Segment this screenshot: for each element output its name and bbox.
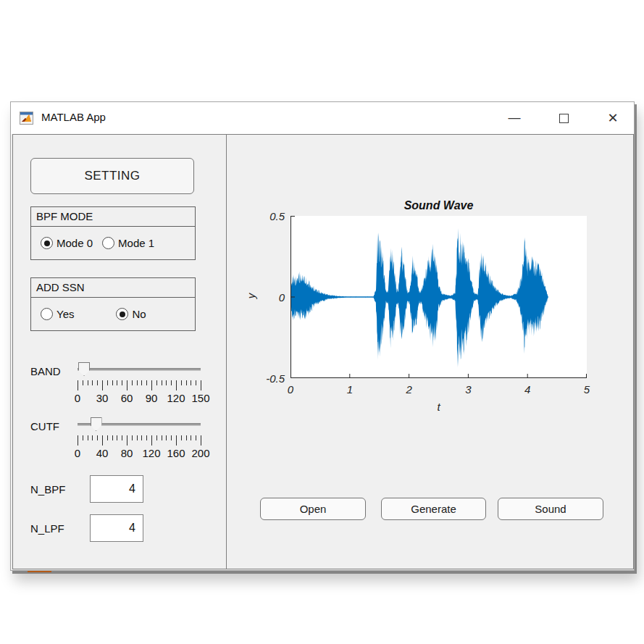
tick-label: 60: [121, 392, 133, 404]
radio-yes-label: Yes: [57, 308, 74, 320]
band-slider-thumb[interactable]: [78, 362, 90, 376]
bpf-mode-title: BPF MODE: [31, 207, 195, 227]
minimize-button[interactable]: —: [498, 102, 531, 134]
x-axis-label: t: [290, 401, 587, 413]
tick-label: 120: [167, 392, 185, 404]
open-button[interactable]: Open: [260, 498, 366, 520]
tick-label: 30: [96, 392, 109, 404]
generate-button[interactable]: Generate: [381, 498, 486, 520]
n-lpf-field[interactable]: [90, 514, 143, 542]
settings-panel: SETTING BPF MODE Mode 0 Mode 1 ADD SSN: [12, 134, 227, 569]
tick-label: 80: [121, 447, 133, 459]
cutf-slider: 0 40 80 120 160 200: [78, 417, 201, 461]
x-tick-label: 1: [347, 383, 353, 396]
x-tick-label: 3: [465, 383, 471, 396]
radio-button-icon: [102, 237, 114, 249]
radio-button-icon: [41, 237, 53, 249]
x-tick-label: 2: [406, 383, 411, 396]
close-icon: ✕: [607, 110, 618, 126]
maximize-button[interactable]: [547, 102, 580, 134]
tick-label: 0: [75, 392, 80, 404]
minimize-icon: —: [509, 111, 521, 125]
maximize-icon: [559, 114, 569, 123]
radio-mode-1-label: Mode 1: [118, 237, 154, 249]
plot-title: Sound Wave: [290, 199, 587, 212]
titlebar: MATLAB App — ✕: [11, 102, 634, 134]
radio-mode-1[interactable]: Mode 1: [102, 237, 154, 249]
tick-label: 150: [191, 392, 209, 404]
y-tick-label: 0.5: [247, 210, 285, 222]
tick-label: 0: [75, 447, 80, 459]
n-bpf-field[interactable]: [90, 475, 143, 503]
radio-yes[interactable]: Yes: [41, 308, 74, 320]
band-slider-label: BAND: [30, 365, 61, 377]
add-ssn-group: ADD SSN Yes No: [30, 277, 196, 331]
x-tick-label: 0: [288, 383, 293, 396]
x-tick-label: 5: [584, 383, 590, 396]
matlab-app-icon: [20, 112, 33, 125]
sound-wave-plot: [290, 216, 587, 378]
x-tick-label: 4: [524, 383, 530, 396]
tick-label: 40: [96, 447, 109, 459]
tick-label: 200: [191, 447, 209, 459]
cutf-slider-ticks: [78, 435, 201, 446]
n-bpf-label: N_BPF: [30, 483, 65, 495]
y-axis-label: y: [245, 293, 257, 299]
close-button[interactable]: ✕: [596, 102, 630, 134]
radio-button-icon: [116, 308, 128, 320]
radio-no[interactable]: No: [116, 308, 146, 320]
tick-label: 160: [167, 447, 185, 459]
setting-button[interactable]: SETTING: [30, 158, 194, 194]
radio-button-icon: [41, 308, 53, 320]
radio-no-label: No: [132, 308, 146, 320]
band-slider-track[interactable]: [78, 368, 201, 371]
waveform-svg: [290, 216, 587, 378]
cutf-slider-tick-labels: 0 40 80 120 160 200: [78, 447, 201, 460]
cutf-slider-thumb[interactable]: [91, 417, 102, 431]
tick-label: 90: [146, 392, 158, 404]
band-slider-ticks: [78, 380, 201, 391]
sound-button[interactable]: Sound: [498, 498, 603, 520]
cutf-slider-label: CUTF: [30, 420, 59, 432]
tick-label: 120: [142, 447, 160, 459]
bpf-mode-group: BPF MODE Mode 0 Mode 1: [30, 206, 196, 260]
radio-mode-0[interactable]: Mode 0: [41, 237, 93, 249]
matlab-app-window: MATLAB App — ✕ SETTING BPF MODE Mode 0 M…: [10, 101, 635, 571]
add-ssn-title: ADD SSN: [31, 278, 195, 298]
taskbar-fragment: [28, 571, 51, 572]
window-content: SETTING BPF MODE Mode 0 Mode 1 ADD SSN: [11, 134, 634, 572]
band-slider: 0 30 60 90 120 150: [78, 362, 201, 406]
plot-panel: Sound Wave 0.5 0 -0.5 0 1 2 3 4 5 t y Op…: [226, 134, 634, 569]
window-title: MATLAB App: [41, 111, 106, 123]
n-lpf-label: N_LPF: [30, 522, 64, 535]
y-tick-label: -0.5: [247, 372, 285, 385]
band-slider-tick-labels: 0 30 60 90 120 150: [78, 392, 201, 405]
radio-mode-0-label: Mode 0: [57, 237, 93, 249]
